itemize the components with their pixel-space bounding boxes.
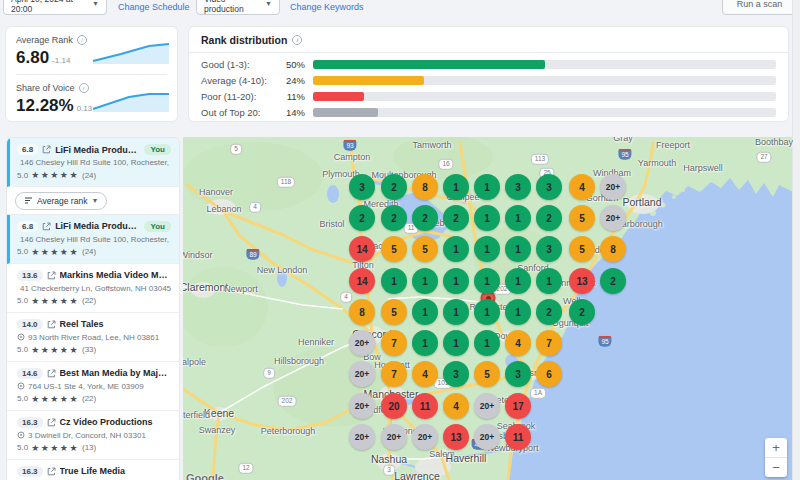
map-rank-pin-average[interactable]: 4 (443, 393, 469, 419)
sort-dropdown[interactable]: Average rank ▼ (15, 192, 107, 210)
map-rank-pin-out[interactable]: 20+ (412, 424, 438, 450)
map-rank-pin-good[interactable]: 1 (443, 174, 469, 200)
external-link-icon[interactable] (47, 369, 56, 378)
map-rank-pin-good[interactable]: 2 (569, 299, 595, 325)
external-link-icon[interactable] (47, 467, 56, 476)
map-rank-pin-out[interactable]: 20+ (381, 424, 407, 450)
list-item[interactable]: 6.8LiFi Media Production, LLCYou146 Ches… (7, 138, 179, 187)
map-rank-pin-average[interactable]: 8 (412, 174, 438, 200)
keyword-select[interactable]: Video production ▼ (196, 0, 280, 15)
map-rank-pin-average[interactable]: 7 (381, 361, 407, 387)
map-rank-pin-good[interactable]: 1 (474, 299, 500, 325)
map-rank-pin-poor[interactable]: 14 (349, 236, 375, 262)
map-rank-pin-good[interactable]: 2 (412, 205, 438, 231)
map-rank-pin-good[interactable]: 1 (412, 299, 438, 325)
map-rank-pin-good[interactable]: 1 (474, 174, 500, 200)
zoom-out-button[interactable]: − (765, 458, 787, 477)
date-select[interactable]: April 10, 2024 at 20:00 ▼ (3, 0, 107, 15)
info-icon[interactable]: i (292, 35, 302, 45)
map-rank-pin-average[interactable]: 5 (412, 236, 438, 262)
map-rank-pin-average[interactable]: 5 (381, 236, 407, 262)
map-rank-pin-poor[interactable]: 14 (349, 268, 375, 294)
map-rank-pin-average[interactable]: 7 (381, 330, 407, 356)
map-rank-pin-average[interactable]: 7 (536, 330, 562, 356)
map-rank-pin-good[interactable]: 1 (443, 330, 469, 356)
map-rank-pin-poor[interactable]: 20 (381, 393, 407, 419)
list-item[interactable]: 16.3Cz Video Productions3 Dwinell Dr, Co… (7, 411, 179, 460)
map-rank-pin-average[interactable]: 4 (569, 174, 595, 200)
map-rank-pin-good[interactable]: 1 (412, 268, 438, 294)
change-schedule-link[interactable]: Change Schedule (118, 2, 190, 12)
map-rank-pin-good[interactable]: 1 (412, 330, 438, 356)
map-rank-pin-out[interactable]: 20+ (349, 424, 375, 450)
run-scan-button[interactable]: Run a scan (722, 0, 797, 15)
map-rank-pin-average[interactable]: 5 (569, 205, 595, 231)
map-rank-pin-good[interactable]: 1 (474, 268, 500, 294)
list-item[interactable]: 6.8LiFi Media Production, LLCYou146 Ches… (7, 215, 179, 264)
map[interactable]: HanoverLebanonCamptonPlymouthMoultonboro… (183, 137, 793, 480)
map-rank-pin-good[interactable]: 3 (505, 361, 531, 387)
map-rank-pin-good[interactable]: 1 (381, 268, 407, 294)
map-rank-pin-out[interactable]: 20+ (474, 393, 500, 419)
map-rank-pin-out[interactable]: 20+ (349, 330, 375, 356)
map-rank-pin-out[interactable]: 20+ (349, 361, 375, 387)
page-scrollbar[interactable] (792, 0, 800, 480)
map-rank-pin-good[interactable]: 3 (443, 361, 469, 387)
route-shield-icon: 9 (263, 368, 275, 379)
map-rank-pin-good[interactable]: 2 (536, 205, 562, 231)
external-link-icon[interactable] (42, 222, 51, 231)
zoom-in-button[interactable]: + (765, 438, 787, 457)
map-rank-pin-average[interactable]: 6 (536, 361, 562, 387)
map-rank-pin-good[interactable]: 1 (505, 299, 531, 325)
map-rank-pin-good[interactable]: 2 (381, 205, 407, 231)
external-link-icon[interactable] (47, 320, 56, 329)
list-item[interactable]: 16.3True Life Media (7, 460, 179, 480)
map-rank-pin-out[interactable]: 20+ (349, 393, 375, 419)
map-rank-pin-good[interactable]: 1 (474, 330, 500, 356)
map-rank-pin-good[interactable]: 2 (349, 205, 375, 231)
map-rank-pin-good[interactable]: 1 (505, 205, 531, 231)
map-rank-pin-out[interactable]: 20+ (600, 174, 626, 200)
map-rank-pin-good[interactable]: 2 (536, 299, 562, 325)
map-rank-pin-average[interactable]: 5 (474, 361, 500, 387)
map-rank-pin-poor[interactable]: 17 (505, 393, 531, 419)
list-item[interactable]: 14.6Best Man Media by Majestic Video…764… (7, 362, 179, 411)
map-rank-pin-good[interactable]: 1 (536, 268, 562, 294)
map-rank-pin-out[interactable]: 20+ (474, 424, 500, 450)
map-rank-pin-average[interactable]: 5 (381, 299, 407, 325)
map-rank-pin-average[interactable]: 8 (349, 299, 375, 325)
map-rank-pin-poor[interactable]: 11 (412, 393, 438, 419)
map-rank-pin-out[interactable]: 20+ (600, 205, 626, 231)
map-rank-pin-average[interactable]: 4 (505, 330, 531, 356)
info-icon[interactable]: i (77, 35, 87, 45)
map-rank-pin-good[interactable]: 2 (381, 174, 407, 200)
map-rank-pin-good[interactable]: 2 (443, 205, 469, 231)
map-rank-pin-average[interactable]: 8 (600, 236, 626, 262)
map-rank-pin-average[interactable]: 4 (412, 361, 438, 387)
map-rank-pin-poor[interactable]: 11 (505, 424, 531, 450)
external-link-icon[interactable] (47, 418, 56, 427)
map-rank-pin-good[interactable]: 3 (536, 174, 562, 200)
map-rank-pin-good[interactable]: 1 (474, 205, 500, 231)
list-item[interactable]: 13.6Markins Media Video Marketing41 Chec… (7, 264, 179, 313)
external-link-icon[interactable] (42, 145, 51, 154)
map-rank-pin-good[interactable]: 1 (443, 268, 469, 294)
map-rank-pin-good[interactable]: 3 (536, 236, 562, 262)
map-rank-pin-good[interactable]: 3 (349, 174, 375, 200)
map-rank-pin-good[interactable]: 1 (505, 268, 531, 294)
map-rank-pin-good[interactable]: 1 (443, 299, 469, 325)
map-rank-pin-good[interactable]: 3 (505, 174, 531, 200)
map-rank-pin-good[interactable]: 1 (443, 236, 469, 262)
average-rank-label: Average Ranki (16, 35, 87, 45)
map-rank-pin-average[interactable]: 5 (569, 236, 595, 262)
map-rank-pin-good[interactable]: 1 (474, 236, 500, 262)
map-rank-pin-poor[interactable]: 13 (569, 268, 595, 294)
change-keywords-link[interactable]: Change Keywords (290, 2, 364, 12)
map-rank-pin-good[interactable]: 1 (505, 236, 531, 262)
map-town-label: Hillsborough (274, 356, 324, 366)
map-rank-pin-poor[interactable]: 13 (443, 424, 469, 450)
external-link-icon[interactable] (47, 271, 56, 280)
map-rank-pin-good[interactable]: 2 (600, 268, 626, 294)
info-icon[interactable]: i (79, 83, 89, 93)
list-item[interactable]: 14.0Reel Tales93 North River Road, Lee, … (7, 313, 179, 362)
